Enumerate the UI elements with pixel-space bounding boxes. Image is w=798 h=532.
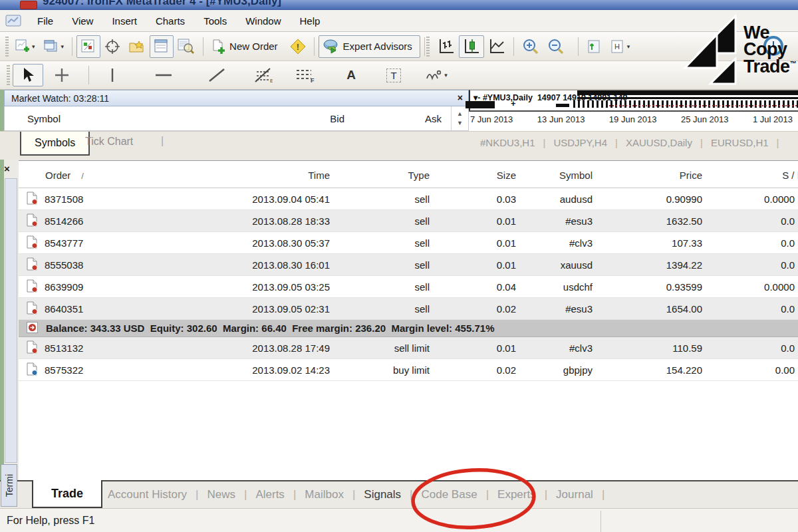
column-header-symbol[interactable]: Symbol [525,170,602,181]
table-row[interactable]: 85753222013.09.02 14:23buy limit0.02gbpj… [19,359,798,381]
terminal-side-tab[interactable]: Termi [1,464,17,507]
navigator-button[interactable] [124,35,150,58]
type-cell: sell [339,194,439,205]
menu-window[interactable]: Window [236,12,290,30]
column-header-order[interactable]: Order/ [19,170,153,181]
tab-news[interactable]: News [207,488,235,501]
size-cell: 0.02 [439,364,525,376]
chart-tab-xauusd-daily[interactable]: XAUUSD,Daily [626,137,692,148]
zoom-out-button[interactable] [543,35,569,58]
tab-divider: | [244,488,247,501]
chevron-down-icon: ▾ [61,43,65,50]
type-cell: sell [339,303,439,315]
cursor-tool-button[interactable] [13,64,43,86]
order-number: 8543777 [45,237,83,249]
menu-insert[interactable]: Insert [102,12,146,30]
table-row[interactable]: 83715082013.09.04 05:41sell0.03audusd0.9… [19,188,798,210]
new-chart-button[interactable]: ▾ [11,35,39,58]
axis-date-label: 19 Jun 2013 [609,114,657,131]
line-chart-type-button[interactable] [484,35,509,58]
candlestick-chart-type-button[interactable] [459,35,484,58]
tab-account-history[interactable]: Account History [108,488,187,501]
chart-tab-usdjpy-h4[interactable]: USDJPY,H4 [553,137,607,148]
tester-magnifier-icon [178,39,195,55]
timeframes-button[interactable]: H ▾ [606,35,634,58]
column-header-time[interactable]: Time [153,170,339,181]
toolbar-separator [578,37,579,56]
fibonacci-tool-button[interactable]: E [246,64,281,86]
horizontal-line-tool-button[interactable] [145,64,182,86]
menu-tools[interactable]: Tools [194,12,236,30]
tab-tick-chart[interactable]: Tick Chart [85,136,133,148]
wecopytrade-logo-text: We Copy Trade™ [743,25,796,75]
order-cell: 8640351 [19,301,153,317]
column-header-sl[interactable]: S / L [712,170,798,181]
tab-journal[interactable]: Journal [556,488,593,501]
shapes-tool-button[interactable]: ▾ [418,64,455,86]
table-row[interactable]: 85142662013.08.28 18:33sell0.01#esu31632… [19,210,798,232]
tab-divider: | [410,488,412,501]
menu-charts[interactable]: Charts [146,12,194,30]
new-order-button[interactable]: New Order [207,35,286,58]
terminal-close-button[interactable]: × [4,163,10,174]
column-header-size[interactable]: Size [439,170,525,181]
channel-icon: F [295,67,315,83]
chart-tab-eurusd-h1[interactable]: EURUSD,H1 [711,137,769,148]
order-number: 8514266 [45,215,83,227]
scroll-up-icon[interactable]: ▲ [457,110,463,117]
menu-file[interactable]: File [28,12,63,30]
menu-help[interactable]: Help [291,12,330,30]
trendline-tool-button[interactable] [200,64,234,86]
tab-code-base[interactable]: Code Base [422,488,477,501]
column-bid[interactable]: Bid [265,113,344,124]
scroll-down-icon[interactable]: ▼ [457,120,463,126]
column-header-price[interactable]: Price [602,170,712,181]
bar-chart-type-button[interactable] [434,35,459,58]
column-symbol[interactable]: Symbol [27,113,61,124]
table-row[interactable]: 86399092013.09.05 03:25sell0.04usdchf0.9… [19,276,798,298]
alert-button[interactable]: ! [286,35,310,58]
tab-experts[interactable]: Experts [497,488,536,501]
indicators-button[interactable] [583,35,606,58]
strategy-tester-button[interactable] [174,35,199,58]
market-watch-scrollbar[interactable]: ▲ ▼ [451,106,468,130]
tab-mailbox[interactable]: Mailbox [305,488,344,501]
expert-advisors-button[interactable]: Expert Advisors [319,35,420,58]
profiles-button[interactable]: ▾ [39,35,68,58]
vertical-line-icon [110,67,115,83]
label-tool-glyph: T [386,68,400,82]
sl-cell: 0.0000 [712,281,798,293]
text-tool-button[interactable]: A [336,64,366,86]
toolbar-grip [5,37,9,57]
terminal-toggle-button[interactable] [150,35,174,58]
tab-alerts[interactable]: Alerts [255,488,284,501]
table-row[interactable]: 86403512013.09.05 02:31sell0.02#esu31654… [19,298,798,320]
market-watch-toggle-button[interactable] [76,35,100,58]
column-ask[interactable]: Ask [344,113,451,124]
table-row[interactable]: 85131322013.08.28 17:49sell limit0.01#cl… [19,337,798,359]
chart-tab--nkdu3-h1[interactable]: #NKDU3,H1 [480,137,535,148]
table-row[interactable]: 85550382013.08.30 16:01sell0.01xauusd139… [19,254,798,276]
axis-date-label: 1 Jul 2013 [753,114,793,131]
column-header-type[interactable]: Type [339,170,439,181]
svg-text:E: E [270,78,273,83]
tab-symbols[interactable]: Symbols [20,132,90,156]
price-cell: 0.93599 [602,281,712,293]
market-watch-close-button[interactable]: × [458,92,463,103]
status-bar-divider [600,511,601,532]
table-row[interactable]: 85437772013.08.30 05:37sell0.01#clv3107.… [19,232,798,254]
profiles-icon [43,39,59,54]
zoom-in-button[interactable] [518,35,543,58]
size-cell: 0.01 [439,237,525,249]
trendline-icon [208,68,225,82]
tab-trade[interactable]: Trade [32,480,102,508]
channel-tool-button[interactable]: F [287,64,322,86]
data-window-button[interactable] [100,35,124,58]
toolbar-separator [424,37,425,56]
crosshair-tool-button[interactable] [43,64,80,86]
vertical-line-tool-button[interactable] [97,64,128,86]
label-tool-button[interactable]: T [379,64,408,86]
menu-view[interactable]: View [63,12,102,30]
tab-signals[interactable]: Signals [364,488,401,501]
sell-order-icon [27,340,38,356]
